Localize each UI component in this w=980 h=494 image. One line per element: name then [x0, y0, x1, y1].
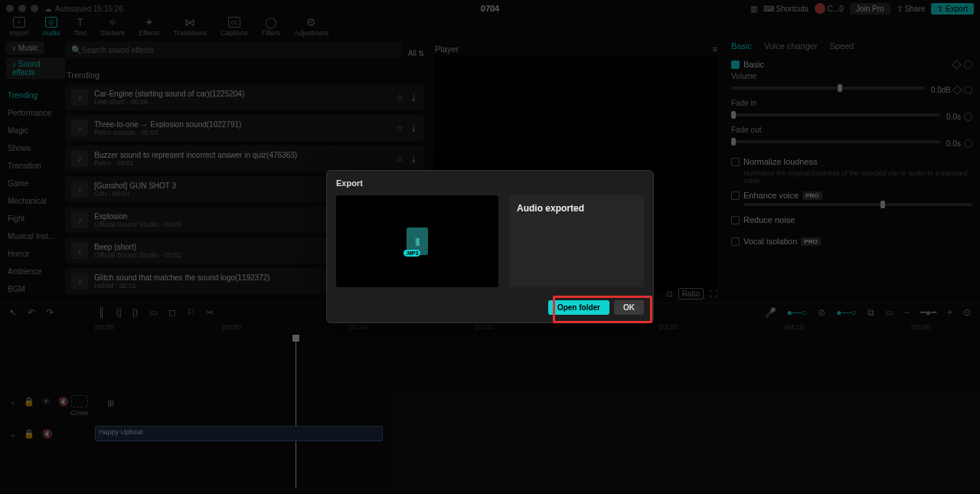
timeline-ruler[interactable]: |00:00 |00:50 |01:40 |02:30 |03:20 |04:1…	[0, 322, 980, 335]
sound-item[interactable]: ♪Car-Engine (starting sound of car)(1225…	[65, 84, 424, 110]
share-button[interactable]: ⇪ Share	[897, 5, 926, 13]
cat-bgm[interactable]: BGM	[6, 280, 65, 298]
adjustment-tab[interactable]: ⚙Adjustment	[294, 17, 328, 37]
basic-checkbox[interactable]	[731, 61, 740, 69]
fav-icon[interactable]: ☆	[396, 93, 403, 103]
fav-icon[interactable]: ☆	[396, 154, 403, 164]
shortcuts-link[interactable]: ⌨ Shortcuts	[763, 5, 808, 13]
filter-all[interactable]: All ⇅	[408, 49, 424, 57]
cat-horror[interactable]: Horror	[6, 245, 65, 263]
reset-icon[interactable]	[964, 139, 972, 148]
crop-icon[interactable]: ✂	[206, 307, 214, 318]
pointer-icon[interactable]: ↖	[9, 307, 17, 318]
cat-magic[interactable]: Magic	[6, 122, 65, 139]
cat-shows[interactable]: Shows	[6, 139, 65, 157]
download-icon[interactable]: ⭳	[410, 154, 418, 164]
chevron-down-icon[interactable]: ⌄	[9, 397, 16, 407]
undo-icon[interactable]: ↶	[28, 307, 35, 318]
playhead[interactable]	[296, 335, 296, 489]
enhance-checkbox[interactable]	[731, 191, 740, 200]
export-button[interactable]: ⇪ Export	[931, 3, 974, 15]
effects-tab[interactable]: ✦Effects	[139, 17, 159, 37]
cat-fight[interactable]: Fight	[6, 210, 65, 227]
snap-icon[interactable]: ⧉	[867, 307, 874, 318]
reset-icon[interactable]	[964, 113, 972, 121]
reset-icon[interactable]	[964, 86, 972, 94]
cat-trending[interactable]: Trending	[6, 87, 65, 104]
music-chip[interactable]: ♪ Music	[6, 41, 44, 54]
close-dot[interactable]	[6, 5, 14, 12]
toggle-2[interactable]: ●—○	[836, 307, 857, 318]
delete-icon[interactable]: ▭	[149, 307, 158, 318]
fadein-slider[interactable]	[731, 113, 940, 116]
cat-musical[interactable]: Musical Inst...	[6, 227, 65, 245]
player-menu-icon[interactable]: ≡	[713, 44, 717, 54]
reset-icon[interactable]	[964, 61, 972, 69]
min-dot[interactable]	[18, 5, 26, 12]
cat-mechanical[interactable]: Mechanical	[6, 192, 65, 210]
transitions-tab[interactable]: ⋈Transitions	[173, 17, 207, 37]
preview-icon[interactable]: ▭	[885, 307, 893, 318]
ratio-button[interactable]: Ratio	[678, 288, 704, 299]
normalize-checkbox[interactable]	[731, 158, 740, 166]
window-controls[interactable]	[6, 5, 38, 12]
download-icon[interactable]: ⭳	[410, 123, 418, 133]
cat-ambience[interactable]: Ambience	[6, 263, 65, 280]
fullscreen-icon[interactable]: ⛶	[710, 290, 717, 298]
captions-tab[interactable]: ccCaptions	[220, 17, 248, 37]
trim-left-icon[interactable]: ⟨|	[116, 307, 122, 318]
marker-icon[interactable]: ◻	[168, 307, 176, 318]
audio-clip[interactable]: Happy Upbeat	[95, 426, 383, 441]
zoom-slider[interactable]: ━●━	[920, 307, 936, 318]
cover-slot[interactable]: Cover	[69, 395, 90, 417]
flag-icon[interactable]: ⚐	[187, 307, 195, 318]
download-icon[interactable]: ⭳	[410, 93, 418, 103]
mic-icon[interactable]: 🎤	[765, 307, 776, 318]
search-box[interactable]: 🔍	[65, 41, 402, 58]
cat-game[interactable]: Game	[6, 175, 65, 192]
visible-icon[interactable]: 👁	[42, 397, 51, 407]
mute-icon[interactable]: 🔇	[42, 429, 53, 439]
max-dot[interactable]	[31, 5, 38, 12]
link-icon[interactable]: ⊘	[818, 307, 825, 318]
text-tab[interactable]: TText	[74, 17, 87, 37]
soundfx-chip[interactable]: ♪ Sound effects	[6, 57, 65, 79]
keyframe-icon[interactable]	[952, 85, 962, 95]
layout-icon[interactable]: ▥	[750, 5, 757, 13]
audio-tab[interactable]: ⊙Audio	[43, 17, 60, 37]
keyframe-icon[interactable]	[952, 60, 962, 70]
cat-transition[interactable]: Transition	[6, 157, 65, 175]
tab-voice[interactable]: Voice changer	[764, 41, 818, 51]
volume-slider[interactable]	[731, 87, 925, 90]
split-icon[interactable]: ║	[98, 307, 105, 318]
trim-right-icon[interactable]: |⟩	[132, 307, 139, 318]
vocal-checkbox[interactable]	[731, 237, 740, 246]
timeline-body[interactable]: ⌄ 🔒 👁 🔇 Cover ⊞ ⌄ 🔒 🔇 Happy Upbeat	[0, 335, 980, 489]
fit-icon[interactable]: ⊙	[963, 307, 971, 318]
cat-performance[interactable]: Performance	[6, 104, 65, 122]
zoom-out-icon[interactable]: −	[904, 307, 910, 318]
lock-icon[interactable]: 🔒	[24, 397, 34, 407]
enhance-slider[interactable]	[743, 203, 972, 206]
fadeout-slider[interactable]	[731, 140, 940, 143]
tab-basic[interactable]: Basic	[731, 41, 752, 51]
lock-icon[interactable]: 🔒	[24, 429, 34, 439]
import-tab[interactable]: +Import	[9, 17, 29, 37]
chevron-down-icon[interactable]: ⌄	[9, 429, 16, 439]
redo-icon[interactable]: ↷	[46, 307, 54, 318]
reduce-checkbox[interactable]	[731, 216, 740, 224]
zoom-in-icon[interactable]: +	[947, 307, 952, 318]
join-pro-button[interactable]: Join Pro	[850, 3, 890, 15]
toggle-1[interactable]: ●—○	[787, 307, 808, 318]
sound-item[interactable]: ♪Buzzer sound to represent incorrect ans…	[65, 146, 424, 172]
stickers-tab[interactable]: ✧Stickers	[100, 17, 125, 37]
sound-item[interactable]: ♪Three-to-one → Explosion sound(1022791)…	[65, 115, 424, 141]
search-input[interactable]	[82, 46, 396, 54]
fav-icon[interactable]: ☆	[396, 123, 403, 133]
compare-icon[interactable]: ⊡	[666, 290, 672, 298]
user-menu[interactable]: C...0	[815, 3, 844, 14]
mute-icon[interactable]: 🔇	[58, 397, 69, 407]
tab-speed[interactable]: Speed	[830, 41, 854, 51]
add-track-icon[interactable]: ⊞	[107, 398, 114, 408]
filters-tab[interactable]: ◯Filters	[262, 17, 281, 37]
